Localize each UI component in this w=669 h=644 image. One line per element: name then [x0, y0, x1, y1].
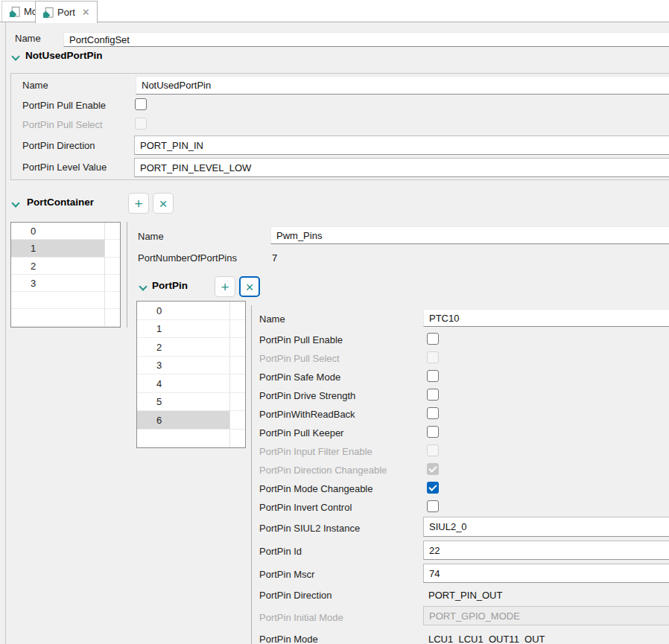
section-title-portcontainer[interactable]: PortContainer — [27, 197, 94, 208]
notused-direction-input[interactable] — [134, 136, 669, 155]
checkbox — [427, 463, 439, 475]
checkbox-field-row: PortPin Pull Enable — [259, 330, 665, 348]
component-icon — [42, 7, 54, 19]
field-label: PortPin Id — [259, 546, 302, 557]
checkbox-field-row: PortPin Pull Select — [259, 348, 665, 367]
list-item-label: 1 — [156, 323, 162, 334]
editor-left-border — [5, 22, 6, 644]
portpin-initial-mode-input — [423, 606, 669, 625]
checkbox — [427, 351, 439, 363]
add-portcontainer-button[interactable]: + — [128, 193, 149, 214]
field-label: PortPinWithReadBack — [259, 408, 355, 419]
chevron-down-icon[interactable] — [12, 200, 19, 208]
list-item-label: 5 — [156, 396, 162, 407]
portpin-mscr-input[interactable] — [423, 564, 669, 583]
pull-enable-checkbox[interactable] — [135, 98, 147, 110]
field-label: PortPin Input Filter Enable — [259, 445, 372, 456]
section-title-notusedportpin[interactable]: NotUsedPortPin — [25, 50, 103, 61]
component-icon — [9, 6, 20, 18]
list-empty-row[interactable] — [137, 430, 245, 448]
field-label: PortPin Pull Enable — [22, 100, 106, 111]
field-label: PortPin Mode Changeable — [259, 482, 373, 494]
field-label: PortPin Pull Enable — [259, 334, 343, 345]
checkbox-field-row: PortPin Invert Control — [259, 497, 665, 516]
checkbox-field-row: PortPin Safe Mode — [259, 367, 665, 386]
list-item[interactable]: 1 — [11, 240, 120, 257]
checkbox-field-row: PortPin Input Filter Enable — [259, 441, 665, 460]
close-tab-icon[interactable]: ✕ — [82, 7, 90, 17]
checkbox-field-row: PortPinWithReadBack — [259, 404, 665, 423]
checkbox[interactable] — [427, 370, 439, 382]
checkbox[interactable] — [427, 500, 439, 512]
checkbox-field-row: PortPin Drive Strength — [259, 386, 665, 404]
list-item-label: 3 — [31, 278, 36, 289]
chevron-down-icon[interactable] — [12, 54, 19, 61]
list-item[interactable]: 1 — [137, 320, 245, 339]
num-pins-value: 7 — [272, 252, 277, 264]
list-item-label: 4 — [156, 377, 162, 389]
pull-select-checkbox — [135, 118, 147, 130]
chevron-down-icon[interactable] — [139, 284, 147, 291]
portpin-checkbox-fields: PortPin Pull EnablePortPin Pull SelectPo… — [259, 330, 665, 516]
portpin-id-input[interactable] — [423, 541, 669, 560]
editor-tab-bar: Mcl Port ✕ — [0, 0, 669, 22]
list-item[interactable]: 5 — [137, 393, 245, 412]
checkbox[interactable] — [427, 482, 439, 494]
tab-port[interactable]: Port ✕ — [35, 1, 98, 23]
field-label: Name — [138, 231, 164, 242]
list-item[interactable]: 0 — [11, 223, 120, 240]
field-label: Name — [259, 313, 285, 325]
portcontainer-list: 0123 — [10, 222, 121, 328]
field-label: PortPin Direction — [259, 590, 332, 601]
notused-level-value-input[interactable] — [134, 158, 669, 177]
list-item-label: 1 — [31, 243, 36, 254]
add-portpin-button[interactable]: + — [215, 276, 235, 297]
notused-name-input[interactable] — [136, 76, 669, 95]
field-label: PortPin Pull Keeper — [259, 427, 343, 438]
portpin-direction-value: PORT_PIN_OUT — [428, 590, 502, 601]
field-label: PortPin Safe Mode — [259, 371, 340, 382]
list-item-label: 0 — [156, 305, 162, 316]
list-item[interactable]: 4 — [137, 374, 245, 393]
checkbox[interactable] — [427, 407, 439, 419]
field-label: PortNumberOfPortPins — [138, 252, 237, 264]
tab-label: Port — [57, 7, 75, 18]
list-item[interactable]: 2 — [137, 338, 245, 357]
section-title-portpin[interactable]: PortPin — [152, 280, 188, 291]
list-item[interactable]: 6 — [137, 411, 245, 430]
field-label: PortPin Direction Changeable — [259, 464, 387, 475]
list-empty-row[interactable] — [11, 292, 120, 309]
checkbox[interactable] — [427, 426, 439, 438]
checkbox-field-row: PortPin Direction Changeable — [259, 460, 665, 479]
field-label: PortPin SIUL2 Instance — [259, 523, 360, 534]
list-item-label: 2 — [156, 341, 162, 352]
field-label: Name — [22, 80, 48, 91]
field-label: PortPin Pull Select — [22, 119, 103, 130]
field-label: PortPin Pull Select — [259, 352, 340, 363]
portcontainer-name-input[interactable] — [270, 226, 669, 244]
config-set-name-input[interactable] — [63, 32, 669, 47]
remove-portcontainer-button[interactable]: × — [153, 193, 174, 214]
list-empty-row[interactable] — [11, 309, 120, 326]
field-label: PortPin Drive Strength — [259, 389, 355, 401]
checkbox-field-row: PortPin Pull Keeper — [259, 423, 665, 441]
list-item-label: 3 — [156, 360, 162, 371]
field-label: PortPin Level Value — [22, 162, 107, 173]
field-label: PortPin Direction — [22, 140, 95, 151]
config-set-name-label: Name — [15, 33, 41, 44]
remove-portpin-button[interactable]: × — [239, 276, 260, 297]
checkbox[interactable] — [427, 333, 439, 345]
portpin-list: 0123456 — [136, 301, 246, 448]
list-item-label: 0 — [31, 226, 36, 237]
checkbox-field-row: PortPin Mode Changeable — [259, 479, 665, 497]
field-label: PortPin Invert Control — [259, 501, 352, 512]
list-item[interactable]: 2 — [11, 258, 120, 275]
list-item[interactable]: 3 — [11, 275, 120, 292]
portpin-name-input[interactable] — [423, 309, 669, 327]
field-label: PortPin Mscr — [259, 569, 314, 580]
siul2-instance-input[interactable] — [423, 517, 669, 537]
checkbox[interactable] — [427, 389, 439, 401]
list-item[interactable]: 3 — [137, 357, 245, 375]
checkbox — [427, 444, 439, 456]
list-item[interactable]: 0 — [137, 302, 245, 320]
